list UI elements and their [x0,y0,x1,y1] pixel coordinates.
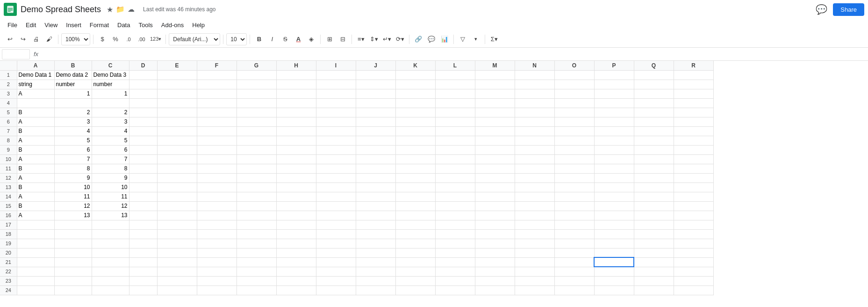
cell-F12[interactable] [197,173,237,183]
cell-B19[interactable] [54,239,92,248]
cell-R6[interactable] [674,117,713,126]
cell-A18[interactable] [17,229,54,239]
cell-O8[interactable] [554,136,594,145]
currency-button[interactable]: $ [96,33,108,45]
cell-E20[interactable] [157,248,197,257]
paint-format-button[interactable]: 🖌 [43,33,55,45]
cell-B17[interactable] [54,220,92,229]
cell-F23[interactable] [197,276,237,285]
cell-R23[interactable] [674,276,713,285]
cell-N19[interactable] [515,239,554,248]
cell-L12[interactable] [435,173,475,183]
cell-D12[interactable] [129,173,157,183]
cell-G4[interactable] [237,98,276,108]
borders-button[interactable]: ⊞ [323,33,336,45]
cell-I17[interactable] [316,220,356,229]
cell-B12[interactable]: 9 [54,173,92,183]
cell-Q9[interactable] [634,145,674,154]
cell-I10[interactable] [316,154,356,164]
cell-P2[interactable] [594,80,634,89]
cell-H22[interactable] [276,267,316,276]
cell-I18[interactable] [316,229,356,239]
cell-Q8[interactable] [634,136,674,145]
cell-J8[interactable] [356,136,395,145]
cell-K22[interactable] [395,267,435,276]
cell-D2[interactable] [129,80,157,89]
cell-J12[interactable] [356,173,395,183]
cell-O1[interactable] [554,70,594,80]
cell-D21[interactable] [129,257,157,267]
cell-C7[interactable]: 4 [92,126,129,136]
cell-D16[interactable] [129,211,157,220]
cell-C21[interactable] [92,257,129,267]
cell-R3[interactable] [674,89,713,98]
cell-L14[interactable] [435,192,475,201]
cell-N14[interactable] [515,192,554,201]
cell-P11[interactable] [594,164,634,173]
menu-item-add-ons[interactable]: Add-ons [158,21,187,29]
cell-C8[interactable]: 5 [92,136,129,145]
cell-M15[interactable] [475,201,515,211]
cell-N22[interactable] [515,267,554,276]
cell-F13[interactable] [197,183,237,192]
cell-I3[interactable] [316,89,356,98]
cell-L9[interactable] [435,145,475,154]
menu-item-help[interactable]: Help [188,21,208,29]
cell-H18[interactable] [276,229,316,239]
cell-R20[interactable] [674,248,713,257]
cell-J14[interactable] [356,192,395,201]
cell-M20[interactable] [475,248,515,257]
cell-D22[interactable] [129,267,157,276]
cell-A8[interactable]: A [17,136,54,145]
cell-N4[interactable] [515,98,554,108]
cell-F21[interactable] [197,257,237,267]
cell-K1[interactable] [395,70,435,80]
cell-R18[interactable] [674,229,713,239]
cell-D6[interactable] [129,117,157,126]
cell-L18[interactable] [435,229,475,239]
cell-H24[interactable] [276,285,316,295]
cell-G2[interactable] [237,80,276,89]
cell-I1[interactable] [316,70,356,80]
menu-item-tools[interactable]: Tools [135,21,156,29]
cell-K4[interactable] [395,98,435,108]
cell-O6[interactable] [554,117,594,126]
cell-B6[interactable]: 3 [54,117,92,126]
cell-F10[interactable] [197,154,237,164]
cell-A4[interactable] [17,98,54,108]
cell-J22[interactable] [356,267,395,276]
cell-B4[interactable] [54,98,92,108]
percent-button[interactable]: % [109,33,122,45]
cell-D20[interactable] [129,248,157,257]
cell-H13[interactable] [276,183,316,192]
cell-F4[interactable] [197,98,237,108]
cell-Q1[interactable] [634,70,674,80]
cell-I4[interactable] [316,98,356,108]
cell-A15[interactable]: B [17,201,54,211]
cell-G23[interactable] [237,276,276,285]
cell-E23[interactable] [157,276,197,285]
cell-K9[interactable] [395,145,435,154]
cell-C4[interactable] [92,98,129,108]
cell-G5[interactable] [237,108,276,117]
cell-G16[interactable] [237,211,276,220]
cell-D14[interactable] [129,192,157,201]
cell-J17[interactable] [356,220,395,229]
cell-A17[interactable] [17,220,54,229]
cell-O19[interactable] [554,239,594,248]
cell-M24[interactable] [475,285,515,295]
decimal-decrease-button[interactable]: .0 [122,33,135,45]
cell-E22[interactable] [157,267,197,276]
cell-O24[interactable] [554,285,594,295]
cell-K16[interactable] [395,211,435,220]
cell-L13[interactable] [435,183,475,192]
cell-M3[interactable] [475,89,515,98]
cell-A16[interactable]: A [17,211,54,220]
cell-K23[interactable] [395,276,435,285]
cell-H6[interactable] [276,117,316,126]
cell-H3[interactable] [276,89,316,98]
cell-B3[interactable]: 1 [54,89,92,98]
cell-P12[interactable] [594,173,634,183]
cell-B10[interactable]: 7 [54,154,92,164]
cell-I23[interactable] [316,276,356,285]
